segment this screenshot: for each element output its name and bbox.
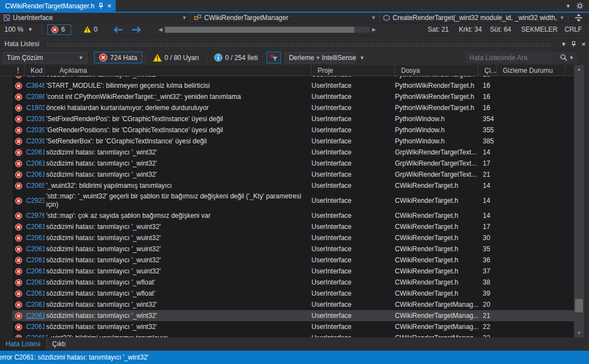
cell-code[interactable]: C2061 — [24, 256, 44, 264]
error-row[interactable]: C2061sözdizimi hatası: tanımlayıcı '_wui… — [0, 255, 574, 266]
error-row[interactable]: C2061sözdizimi hatası: tanımlayıcı '_win… — [0, 299, 574, 310]
column-header-severity[interactable] — [12, 65, 24, 76]
scrollbar-track[interactable] — [164, 27, 370, 33]
error-row[interactable]: C2061sözdizimi hatası: tanımlayıcı '_wui… — [0, 243, 574, 255]
pin-icon[interactable] — [571, 41, 576, 47]
scroll-up-icon[interactable]: ▲ — [574, 65, 584, 73]
navigate-back-icon[interactable] — [114, 27, 123, 33]
split-editor-button[interactable] — [568, 13, 589, 23]
error-row[interactable]: C2061sözdizimi hatası: tanımlayıcı '_wui… — [0, 266, 574, 277]
error-row[interactable]: C2061sözdizimi hatası: tanımlayıcı '_win… — [0, 76, 574, 80]
window-position-icon[interactable]: ▼ — [561, 41, 567, 47]
errors-toggle-button[interactable]: 724 Hata — [94, 52, 142, 63]
cell-code[interactable]: C2061 — [24, 312, 44, 320]
scope-filter-dropdown[interactable]: Tüm Çözüm ▼ — [3, 52, 87, 63]
cell-code[interactable]: C2065 — [24, 182, 44, 190]
error-row[interactable]: C2061sözdizimi hatası: tanımlayıcı '_win… — [0, 169, 574, 180]
error-row[interactable]: C2061sözdizimi hatası: tanımlayıcı '_wui… — [0, 221, 574, 232]
cell-code[interactable]: C2061 — [24, 171, 44, 178]
error-row[interactable]: C2061sözdizimi hatası: tanımlayıcı '_wfl… — [0, 288, 574, 299]
chevron-down-icon[interactable]: ▼ — [569, 55, 574, 61]
error-row[interactable]: C2039'SetFixedRenderPos': bir 'CGraphicT… — [0, 113, 574, 124]
scroll-down-icon[interactable]: ▼ — [574, 329, 584, 337]
error-row[interactable]: C1903önceki hatalardan kurtarılamıyor; d… — [0, 102, 574, 113]
error-count-badge[interactable]: 6 — [47, 24, 71, 35]
column-header-project[interactable]: Proje — [311, 65, 395, 76]
messages-toggle-label: 0 / 254 İleti — [225, 54, 258, 62]
cell-code[interactable]: C1903 — [24, 104, 44, 112]
close-icon[interactable]: × — [107, 2, 112, 9]
search-input[interactable] — [469, 54, 560, 62]
member-dropdown[interactable]: CreateRenderTarget(_wint32 module_id, _w… — [380, 13, 568, 23]
cell-code[interactable]: C3646 — [24, 82, 44, 89]
navigate-forward-icon[interactable] — [132, 27, 141, 33]
document-tab[interactable]: CWikiRenderTargetManager.h × — [0, 0, 116, 12]
cell-code[interactable]: C2061 — [24, 234, 44, 242]
cell-code[interactable]: C2061 — [24, 301, 44, 308]
error-row[interactable]: C2039'GetRenderPositions': bir 'CGraphic… — [0, 124, 574, 136]
error-row[interactable]: C2065'_wuint32': bildirimi yapılmamış ta… — [0, 180, 574, 191]
error-row[interactable]: C2061sözdizimi hatası: tanımlayıcı '_wui… — [0, 232, 574, 243]
column-header-code[interactable]: Kod — [24, 65, 44, 76]
warning-count-badge[interactable]: 0 — [79, 24, 102, 35]
scrollbar-thumb[interactable] — [165, 27, 354, 33]
cell-code[interactable]: C2061 — [24, 76, 44, 78]
scroll-left-icon[interactable]: ◀ — [156, 27, 164, 32]
vertical-scrollbar[interactable]: ▲ ▼ — [574, 65, 584, 337]
error-row[interactable]: C2061sözdizimi hatası: tanımlayıcı '_win… — [0, 321, 574, 332]
error-row[interactable]: C2086'const int CPythonWikiRenderTarget:… — [0, 91, 574, 102]
zoom-selector[interactable]: 100 % ▼ — [0, 23, 42, 36]
error-row[interactable]: C2061sözdizimi hatası: tanımlayıcı '_wfl… — [0, 277, 574, 288]
cell-code[interactable]: C2976 — [24, 212, 44, 220]
tab-output[interactable]: Çıktı — [47, 337, 72, 351]
scrollbar-thumb[interactable] — [575, 299, 583, 312]
tool-window-tab-strip: Hata Listesi Çıktı — [0, 337, 589, 351]
error-row[interactable]: C3646'START_MODULE': bilinmeyen geçersiz… — [0, 80, 574, 91]
error-row[interactable]: C2065'_wint32': bildirimi yapılmamış tan… — [0, 332, 574, 337]
provider-filter-dropdown[interactable]: Derleme + IntelliSense ▼ — [285, 52, 355, 63]
search-icon[interactable] — [560, 54, 567, 61]
column-header-line[interactable]: Çi... — [478, 65, 497, 76]
tab-error-list[interactable]: Hata Listesi — [0, 337, 47, 351]
gear-icon[interactable] — [576, 2, 583, 9]
cell-code[interactable]: C2039 — [24, 115, 44, 123]
error-row[interactable]: C2061sözdizimi hatası: tanımlayıcı '_win… — [0, 310, 574, 321]
error-row[interactable]: C2061sözdizimi hatası: tanımlayıcı '_win… — [0, 147, 574, 158]
cell-code[interactable]: C2923 — [24, 197, 44, 205]
cell-code[interactable]: C2086 — [24, 93, 44, 101]
scroll-right-icon[interactable]: ▶ — [370, 27, 378, 32]
column-header-desc[interactable]: Açıklama — [44, 65, 311, 76]
cell-desc: sözdizimi hatası: tanımlayıcı '_wint32' — [44, 323, 311, 331]
clear-filters-button[interactable] — [266, 52, 281, 63]
cell-code[interactable]: C2061 — [24, 223, 44, 231]
cell-code[interactable]: C2039 — [24, 126, 44, 134]
cell-code[interactable]: C2039 — [24, 137, 44, 145]
error-row[interactable]: C2061sözdizimi hatası: tanımlayıcı '_win… — [0, 158, 574, 169]
horizontal-scrollbar[interactable]: ◀ ▶ — [156, 26, 378, 34]
error-icon — [12, 197, 24, 205]
cell-code[interactable]: C2061 — [24, 278, 44, 286]
column-header-file[interactable]: Dosya — [395, 65, 478, 76]
chevron-down-icon[interactable]: ▼ — [566, 3, 571, 9]
type-dropdown[interactable]: CWikiRenderTargetManager ▼ — [191, 13, 380, 23]
column-header-suppression[interactable]: Gizleme Durumu — [497, 65, 565, 76]
cell-code[interactable]: C2061 — [24, 245, 44, 253]
messages-toggle-button[interactable]: 0 / 254 İleti — [210, 52, 263, 63]
error-row[interactable]: C2923'std::map': '_wuint32' geçerli bir … — [0, 191, 574, 210]
warnings-toggle-button[interactable]: 0 / 80 Uyarı — [149, 52, 204, 63]
cell-code[interactable]: C2061 — [24, 148, 44, 156]
error-row[interactable]: C2039'SetRenderBox': bir 'CGraphicTextIn… — [0, 136, 574, 147]
error-list-titlebar: Hata Listesi ▼ × — [0, 38, 589, 50]
error-row[interactable]: C2976'std::map': çok az sayıda şablon ba… — [0, 210, 574, 221]
project-dropdown[interactable]: UserInterface ▼ — [0, 13, 191, 23]
cell-code[interactable]: C2061 — [24, 290, 44, 297]
cell-code[interactable]: C2061 — [24, 159, 44, 167]
pin-icon[interactable] — [98, 3, 103, 9]
cell-file: PythonWikiRenderTarget.h — [395, 76, 478, 78]
panel-drag-grip[interactable] — [46, 43, 551, 47]
cell-code[interactable]: C2061 — [24, 323, 44, 331]
close-icon[interactable]: × — [581, 40, 586, 48]
cell-code[interactable]: C2061 — [24, 267, 44, 275]
cell-project: UserInterface — [311, 234, 395, 242]
panel-right-margin — [584, 65, 589, 337]
